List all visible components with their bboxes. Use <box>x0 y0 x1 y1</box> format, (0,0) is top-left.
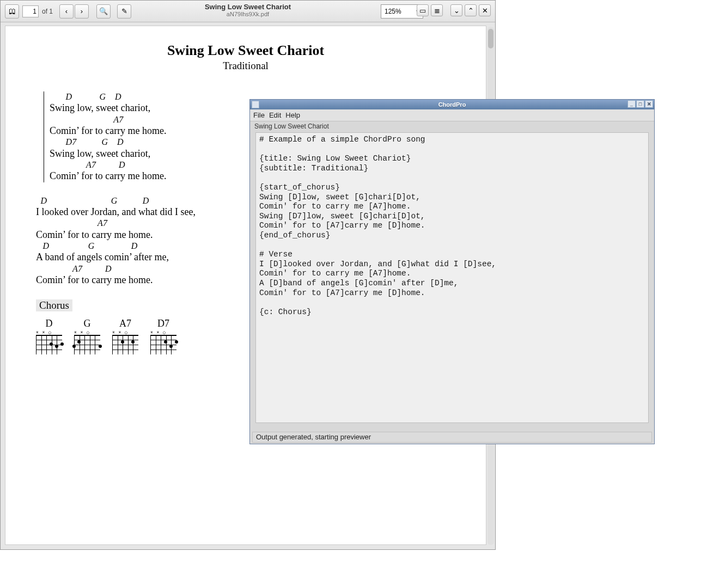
source-line: Comin' for to carry me [A7]home. <box>259 269 645 279</box>
source-line: {title: Swing Low Sweet Chariot} <box>259 154 645 164</box>
editor-title: ChordPro <box>438 101 466 108</box>
editor-menubar: File Edit Help <box>250 109 654 121</box>
chevron-up-icon: ⌃ <box>468 7 474 14</box>
fretboard: ××○ <box>112 330 138 354</box>
scroll-down-button[interactable]: ⌄ <box>450 4 462 16</box>
source-line <box>259 241 645 250</box>
editor-tab[interactable]: Swing Low Sweet Chariot <box>250 121 654 131</box>
pencil-icon: ✎ <box>121 8 127 15</box>
source-line <box>259 173 645 183</box>
chord-name: D7 <box>157 318 169 329</box>
toolbar-right-group: ▭ ≣ ⌄ ⌃ ✕ <box>417 4 491 16</box>
view-mode-button[interactable]: ≣ <box>431 4 443 16</box>
search-icon: 🔍 <box>99 8 108 15</box>
list-lines-icon: ≣ <box>434 7 440 14</box>
menu-file[interactable]: File <box>253 111 265 119</box>
chevron-right-icon: › <box>81 8 83 15</box>
chord-diagram: D××○ <box>36 318 62 354</box>
chevron-left-icon: ‹ <box>65 8 68 15</box>
document-icon: 🕮 <box>9 8 16 15</box>
source-line: {c: Chorus} <box>259 308 645 317</box>
menu-help[interactable]: Help <box>285 111 300 119</box>
fretboard: ××○ <box>150 330 176 354</box>
chevron-down-icon: ⌄ <box>454 7 460 14</box>
close-button[interactable]: ✕ <box>479 4 491 16</box>
document-title: Swing Low Sweet Chariot <box>205 3 291 11</box>
source-line: {start_of_chorus} <box>259 183 645 193</box>
chord-diagram: A7××○ <box>112 318 138 354</box>
menu-edit[interactable]: Edit <box>269 111 281 119</box>
statusbar: Output generated, starting previewer <box>252 432 652 443</box>
app-icon <box>252 101 259 108</box>
annotate-button[interactable]: ✎ <box>117 4 131 19</box>
source-line: Comin' for to [A7]carry me [D]home. <box>259 289 645 298</box>
search-button[interactable]: 🔍 <box>96 4 111 19</box>
fretboard: ××○ <box>36 330 62 354</box>
song-title: Swing Low Sweet Chariot <box>36 42 455 59</box>
source-line: {end_of_chorus} <box>259 231 645 241</box>
source-line: {subtitle: Traditional} <box>259 164 645 174</box>
window-close-button[interactable]: ✕ <box>645 100 653 108</box>
next-page-button[interactable]: › <box>75 4 89 19</box>
chord-name: A7 <box>119 318 131 329</box>
source-editor[interactable]: # Example of a simple ChordPro song {tit… <box>255 132 649 423</box>
source-line: Swing [D7]low, sweet [G]chari[D]ot, <box>259 212 645 222</box>
source-line: Swing [D]low, sweet [G]chari[D]ot, <box>259 193 645 203</box>
chord-diagram: D7××○ <box>150 318 176 354</box>
editor-titlebar[interactable]: ChordPro _ □ ✕ <box>250 100 654 109</box>
source-line <box>259 145 645 155</box>
close-icon: ✕ <box>482 7 488 14</box>
chord-name: G <box>84 318 91 329</box>
chord-diagram: G××○ <box>74 318 100 354</box>
page-number-input[interactable] <box>22 5 39 17</box>
chord-name: D <box>46 318 53 329</box>
scroll-up-button[interactable]: ⌃ <box>465 4 477 16</box>
document-title-area: Swing Low Sweet Chariot aN79Ihs9Xk.pdf <box>205 3 291 17</box>
source-line <box>259 298 645 308</box>
source-line: A [D]band of angels [G]comin' after [D]m… <box>259 279 645 289</box>
prev-page-button[interactable]: ‹ <box>59 4 74 19</box>
document-filename: aN79Ihs9Xk.pdf <box>205 11 291 17</box>
source-line: Comin' for to [A7]carry me [D]home. <box>259 221 645 231</box>
maximize-button[interactable]: □ <box>636 100 644 108</box>
source-line: Comin' for to carry me [A7]home. <box>259 202 645 212</box>
chorus-label: Chorus <box>36 299 72 311</box>
doc-icon-button[interactable]: 🕮 <box>5 4 19 19</box>
source-line: I [D]looked over Jordan, and [G]what did… <box>259 260 645 270</box>
source-line: # Verse <box>259 250 645 260</box>
zoom-value: 125% <box>385 8 401 15</box>
song-subtitle: Traditional <box>36 60 455 72</box>
page-of-label: of 1 <box>42 8 53 15</box>
source-line: # Example of a simple ChordPro song <box>259 135 645 145</box>
fretboard: ××○ <box>74 330 100 354</box>
fit-page-button[interactable]: ▭ <box>417 4 429 16</box>
chordpro-editor-window: ChordPro _ □ ✕ File Edit Help Swing Low … <box>249 99 655 444</box>
pdf-scrollbar-thumb[interactable] <box>488 29 493 48</box>
fit-page-icon: ▭ <box>419 7 426 14</box>
pdf-toolbar: 🕮 of 1 ‹ › 🔍 ✎ Swing Low Sweet Chariot a… <box>1 1 495 22</box>
minimize-button[interactable]: _ <box>627 100 636 108</box>
